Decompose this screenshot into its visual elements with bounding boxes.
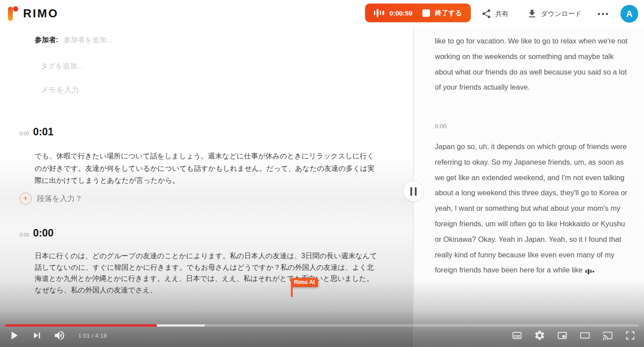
timestamp-block-2[interactable]: 0:00 0:00 bbox=[20, 227, 53, 239]
memo-input[interactable]: メモを入力 bbox=[41, 85, 79, 95]
more-icon bbox=[598, 13, 600, 15]
volume-button[interactable] bbox=[53, 329, 66, 342]
rimo-logo-icon bbox=[7, 5, 19, 22]
player-controls-right bbox=[511, 327, 636, 344]
english-paragraph-main[interactable]: Japan go so, uh, it depends on which gro… bbox=[435, 139, 628, 278]
fullscreen-icon bbox=[624, 330, 636, 341]
english-paragraph-text: Japan go so, uh, it depends on which gro… bbox=[435, 142, 627, 274]
stop-icon[interactable] bbox=[422, 9, 430, 17]
time-display: 1:01 / 4:18 bbox=[78, 332, 107, 339]
captions-button[interactable] bbox=[511, 330, 523, 341]
volume-icon bbox=[53, 329, 66, 342]
rimo-app-window: RIMO 0:00:59 終了する 共有 ダウンロード A 参加者 bbox=[0, 0, 644, 347]
theater-icon bbox=[579, 330, 591, 341]
timestamp-mini: 0:00 bbox=[20, 232, 29, 237]
next-icon bbox=[31, 330, 43, 341]
split-drag-handle[interactable] bbox=[403, 181, 424, 201]
download-button[interactable]: ダウンロード bbox=[527, 0, 582, 28]
cast-button[interactable] bbox=[602, 330, 613, 341]
miniplayer-button[interactable] bbox=[557, 330, 568, 341]
settings-icon bbox=[534, 330, 545, 341]
english-timestamp[interactable]: 0:00 bbox=[435, 123, 446, 130]
seek-bar[interactable] bbox=[5, 324, 639, 327]
timestamp-block-1[interactable]: 0:00 0:01 bbox=[20, 126, 53, 138]
rimo-logo-text: RIMO bbox=[23, 7, 59, 20]
more-options-button[interactable] bbox=[598, 0, 608, 28]
video-player-overlay: 1:01 / 4:18 bbox=[0, 280, 644, 347]
japanese-paragraph-1[interactable]: でも、休暇で行きたい場所について話をしましょう。週末などに仕事が休みのときにリラ… bbox=[35, 150, 378, 187]
download-label: ダウンロード bbox=[541, 10, 582, 18]
captions-icon bbox=[511, 330, 523, 341]
add-paragraph-button[interactable]: + 段落を入力？ bbox=[20, 193, 82, 205]
share-button[interactable]: 共有 bbox=[481, 0, 509, 28]
recording-pill[interactable]: 0:00:59 終了する bbox=[365, 4, 471, 22]
header: RIMO 0:00:59 終了する 共有 ダウンロード A bbox=[0, 0, 644, 28]
tags-input[interactable]: タグを追加... bbox=[41, 62, 83, 71]
play-icon bbox=[7, 329, 20, 342]
settings-button[interactable] bbox=[534, 330, 545, 341]
add-paragraph-label: 段落を入力？ bbox=[37, 193, 82, 204]
theater-button[interactable] bbox=[579, 330, 591, 341]
end-recording-button[interactable]: 終了する bbox=[435, 9, 462, 17]
plus-icon: + bbox=[20, 193, 32, 205]
timestamp-mini: 0:00 bbox=[20, 131, 29, 136]
cast-icon bbox=[602, 330, 613, 341]
miniplayer-icon bbox=[557, 330, 568, 341]
play-button[interactable] bbox=[7, 329, 20, 342]
player-controls-left: 1:01 / 4:18 bbox=[7, 327, 107, 344]
pause-handle-icon bbox=[410, 187, 412, 196]
live-waveform-icon bbox=[585, 269, 594, 274]
participants-input[interactable]: 参加者を追加... bbox=[64, 35, 112, 45]
next-button[interactable] bbox=[31, 330, 43, 341]
user-avatar[interactable]: A bbox=[620, 5, 638, 23]
seek-played bbox=[5, 324, 157, 327]
participants-row: 参加者: 参加者を追加... bbox=[35, 35, 112, 45]
waveform-icon bbox=[374, 9, 384, 17]
participants-label: 参加者: bbox=[35, 35, 58, 45]
english-paragraph-intro[interactable]: like to go for vacation. We like to go t… bbox=[435, 33, 628, 95]
fullscreen-button[interactable] bbox=[624, 330, 636, 341]
recording-elapsed-time: 0:00:59 bbox=[390, 9, 413, 17]
share-label: 共有 bbox=[495, 10, 509, 18]
download-icon bbox=[527, 8, 537, 19]
rimo-logo[interactable]: RIMO bbox=[7, 5, 59, 22]
share-icon bbox=[481, 8, 492, 19]
timestamp-large: 0:01 bbox=[33, 126, 53, 138]
timestamp-large: 0:00 bbox=[33, 227, 53, 239]
